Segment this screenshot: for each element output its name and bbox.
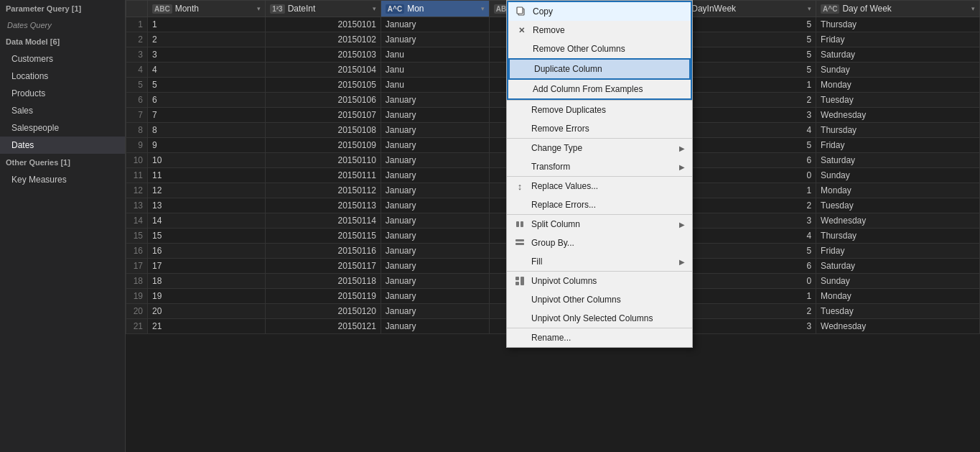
context-menu-duplicate[interactable]: Duplicate Column [508, 58, 691, 80]
context-menu-copy[interactable]: Copy [508, 2, 691, 21]
sidebar-item-products[interactable]: Products [0, 85, 125, 102]
group-by-label: Group By... [531, 238, 685, 248]
transform-label: Transform [531, 162, 673, 172]
duplicate-icon [517, 63, 528, 75]
add-col-icon [515, 83, 527, 95]
context-menu-remove[interactable]: ✕ Remove [508, 21, 691, 40]
sidebar-item-locations[interactable]: Locations [0, 68, 125, 85]
remove-dupes-label: Remove Duplicates [531, 105, 685, 115]
context-menu-split-col[interactable]: Split Column ▶ [507, 214, 692, 234]
change-type-arrow: ▶ [679, 144, 685, 152]
sidebar-item-customers[interactable]: Customers [0, 50, 125, 68]
other-queries-header[interactable]: Other Queries [1] [0, 154, 125, 171]
remove-label: Remove [533, 25, 683, 35]
copy-icon [515, 6, 527, 17]
context-menu-replace-values[interactable]: ↕ Replace Values... [507, 176, 692, 195]
context-menu-unpivot-selected[interactable]: Unpivot Only Selected Columns [507, 309, 692, 328]
unpivot-icon [514, 275, 526, 287]
sidebar-item-salespeople[interactable]: Salespeople [0, 119, 125, 137]
context-menu-change-type[interactable]: Change Type ▶ [507, 138, 692, 157]
remove-errors-icon [514, 123, 526, 134]
split-col-arrow: ▶ [679, 221, 685, 229]
context-menu-fill[interactable]: Fill ▶ [507, 252, 692, 271]
svg-rect-5 [515, 243, 524, 245]
unpivot-selected-label: Unpivot Only Selected Columns [531, 313, 685, 323]
replace-values-icon: ↕ [514, 180, 526, 192]
context-menu-group-by[interactable]: Group By... [507, 234, 692, 252]
remove-dupes-icon [514, 104, 526, 116]
main-area: ABC Month ▾ 1²3 DateInt ▾ [126, 0, 980, 452]
replace-errors-icon [514, 199, 526, 211]
context-menu-unpivot[interactable]: Unpivot Columns [507, 271, 692, 290]
unpivot-label: Unpivot Columns [531, 276, 685, 286]
fill-arrow: ▶ [679, 258, 685, 266]
svg-rect-1 [517, 7, 523, 14]
rename-icon [514, 332, 526, 343]
duplicate-label: Duplicate Column [534, 64, 682, 74]
sidebar: Parameter Query [1] Dates Query Data Mod… [0, 0, 126, 452]
svg-rect-6 [515, 277, 519, 280]
unpivot-other-icon [514, 294, 526, 305]
remove-other-label: Remove Other Columns [533, 44, 683, 54]
remove-icon: ✕ [515, 24, 527, 36]
context-menu-replace-errors[interactable]: Replace Errors... [507, 195, 692, 214]
fill-icon [514, 256, 526, 267]
sidebar-item-key-measures[interactable]: Key Measures [0, 171, 125, 188]
svg-rect-7 [515, 282, 519, 285]
context-menu-remove-dupes[interactable]: Remove Duplicates [507, 100, 692, 119]
replace-values-label: Replace Values... [531, 181, 685, 191]
sidebar-item-sales[interactable]: Sales [0, 102, 125, 119]
data-model-header[interactable]: Data Model [6] [0, 33, 125, 50]
context-menu-overlay[interactable]: Copy ✕ Remove Remove Other Columns Dupli… [126, 0, 980, 452]
remove-other-icon [515, 43, 527, 55]
remove-errors-label: Remove Errors [531, 124, 685, 134]
transform-icon [514, 161, 526, 172]
context-menu-rename[interactable]: Rename... [507, 328, 692, 347]
svg-rect-3 [521, 221, 523, 227]
transform-arrow: ▶ [679, 163, 685, 171]
context-menu-top-section: Copy ✕ Remove Remove Other Columns Dupli… [507, 1, 692, 100]
rename-label: Rename... [531, 333, 685, 343]
svg-rect-8 [521, 277, 524, 285]
add-col-label: Add Column From Examples [533, 84, 683, 94]
unpivot-selected-icon [514, 313, 526, 324]
context-menu-add-col[interactable]: Add Column From Examples [508, 80, 691, 98]
svg-rect-2 [516, 221, 519, 227]
fill-label: Fill [531, 257, 673, 267]
context-menu: Copy ✕ Remove Remove Other Columns Dupli… [506, 0, 693, 348]
replace-errors-label: Replace Errors... [531, 200, 685, 210]
context-menu-transform[interactable]: Transform ▶ [507, 157, 692, 176]
svg-rect-4 [515, 239, 524, 241]
group-by-icon [514, 237, 526, 249]
copy-label: Copy [533, 6, 683, 17]
context-menu-remove-other[interactable]: Remove Other Columns [508, 40, 691, 58]
change-type-icon [514, 142, 526, 154]
sidebar-item-dates[interactable]: Dates [0, 137, 125, 154]
param-query-header[interactable]: Parameter Query [1] [0, 0, 125, 17]
split-col-label: Split Column [531, 219, 673, 229]
split-col-icon [514, 218, 526, 230]
context-menu-unpivot-other[interactable]: Unpivot Other Columns [507, 290, 692, 309]
sidebar-item-dates-query[interactable]: Dates Query [0, 17, 125, 33]
unpivot-other-label: Unpivot Other Columns [531, 295, 685, 305]
context-menu-remove-errors[interactable]: Remove Errors [507, 119, 692, 138]
change-type-label: Change Type [531, 143, 673, 153]
